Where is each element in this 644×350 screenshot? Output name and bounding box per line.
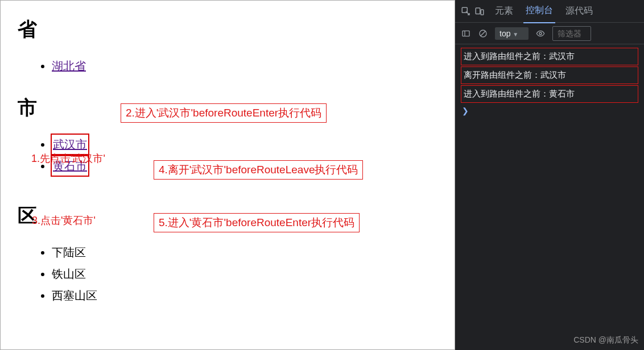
devtools-panel: 元素 控制台 源代码 top ▼ 进入到路由组件之前：武汉市 离开路由组件之前：… [455, 0, 644, 350]
console-prompt[interactable]: ❯ [461, 104, 638, 118]
eye-icon[interactable] [535, 28, 546, 39]
province-link-hubei[interactable]: 湖北省 [52, 60, 86, 72]
svg-point-13 [539, 32, 542, 35]
list-item: 铁山区 [52, 264, 443, 284]
tab-elements[interactable]: 元素 [493, 0, 515, 23]
province-list: 湖北省 [18, 56, 443, 76]
console-log-entry: 进入到路由组件之前：黄石市 [461, 85, 638, 103]
svg-line-12 [481, 31, 485, 36]
browser-page: 省 湖北省 市 武汉市 黄石市 区 下陆区 铁山区 西塞山区 [0, 0, 455, 350]
devtools-topbar: 元素 控制台 源代码 [455, 0, 644, 23]
devtools-toolbar: top ▼ [455, 23, 644, 44]
svg-rect-8 [481, 10, 484, 15]
console-output: 进入到路由组件之前：武汉市 离开路由组件之前：武汉市 进入到路由组件之前：黄石市… [455, 44, 644, 121]
svg-rect-7 [476, 8, 480, 14]
clear-console-icon[interactable] [478, 28, 488, 39]
tab-sources[interactable]: 源代码 [563, 0, 595, 23]
console-log-entry: 进入到路由组件之前：武汉市 [461, 48, 638, 65]
watermark: CSDN @南瓜骨头 [573, 335, 638, 345]
city-box-wuhan: 武汉市 [51, 134, 89, 155]
list-item: 湖北省 [52, 56, 443, 76]
heading-district: 区 [18, 203, 443, 229]
city-link-huangshi[interactable]: 黄石市 [53, 160, 87, 172]
filter-input[interactable] [552, 26, 591, 41]
console-log-entry: 离开路由组件之前：武汉市 [461, 66, 638, 84]
city-list: 武汉市 黄石市 [18, 135, 443, 176]
district-list: 下陆区 铁山区 西塞山区 [18, 243, 443, 305]
context-select[interactable]: top ▼ [495, 27, 529, 40]
list-item: 黄石市 [52, 156, 443, 176]
svg-rect-9 [463, 31, 469, 36]
inspect-icon[interactable] [461, 6, 471, 16]
sidebar-toggle-icon[interactable] [461, 28, 471, 39]
device-toggle-icon[interactable] [474, 6, 485, 16]
list-item: 西塞山区 [52, 286, 443, 305]
list-item: 下陆区 [52, 243, 443, 262]
heading-city: 市 [18, 95, 443, 121]
heading-province: 省 [18, 16, 443, 43]
city-box-huangshi: 黄石市 [51, 155, 89, 177]
tab-console[interactable]: 控制台 [523, 0, 555, 23]
city-link-wuhan[interactable]: 武汉市 [53, 138, 87, 151]
chevron-down-icon: ▼ [513, 31, 518, 38]
list-item: 武汉市 [52, 135, 443, 154]
